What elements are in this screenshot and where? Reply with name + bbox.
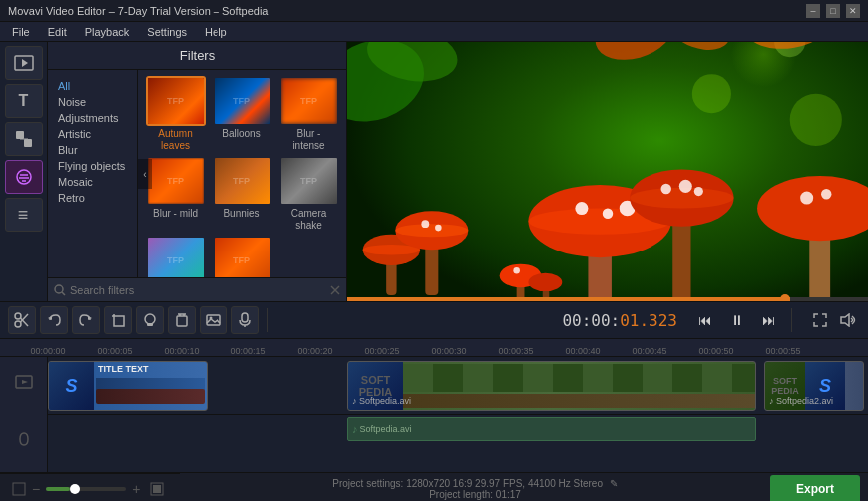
menu-edit[interactable]: Edit	[40, 24, 75, 40]
filter-item-autumn[interactable]: Autumnleaves	[144, 76, 207, 152]
fullscreen-button[interactable]	[808, 308, 832, 332]
minimize-button[interactable]: –	[806, 4, 820, 18]
filter-cat-retro[interactable]: Retro	[52, 190, 133, 206]
pause-button[interactable]: ⏸	[723, 306, 751, 334]
scale-bar: − +	[0, 473, 180, 502]
svg-marker-70	[22, 380, 28, 384]
skip-back-button[interactable]: ⏮	[691, 306, 719, 334]
scale-plus-button[interactable]: +	[132, 481, 140, 497]
tick-4: 00:00:20	[297, 346, 332, 356]
filter-item-diffuse-high[interactable]: Diffuse -high	[211, 236, 273, 277]
timeline-clip-softpedia[interactable]: SOFTPEDIA ♪ Softpedia.avi	[347, 361, 756, 411]
filter-label-bunnies: Bunnies	[223, 208, 259, 220]
export-button[interactable]: Export	[770, 475, 860, 502]
preview-progress[interactable]	[347, 297, 868, 301]
scale-minus-button[interactable]: −	[32, 481, 40, 497]
scale-icon	[12, 482, 26, 496]
svg-rect-59	[147, 323, 153, 326]
filter-cat-all[interactable]: All	[52, 78, 133, 94]
menu-help[interactable]: Help	[197, 24, 235, 40]
svg-point-13	[790, 94, 842, 146]
redo-button[interactable]	[72, 306, 100, 334]
color-button[interactable]	[136, 306, 164, 334]
title-bar: Movavi Video Editor – 7-Day Trial Versio…	[0, 0, 868, 22]
filter-cat-artistic[interactable]: Artistic	[52, 126, 133, 142]
clip-thumb-s: S	[49, 362, 94, 410]
filter-cat-blur[interactable]: Blur	[52, 142, 133, 158]
crop-button[interactable]	[104, 306, 132, 334]
svg-marker-1	[22, 59, 28, 67]
sidebar-btn-more[interactable]: ≡	[5, 198, 43, 232]
filter-item-blur-intense[interactable]: Blur -intense	[277, 76, 340, 152]
edit-icon[interactable]: ✎	[610, 478, 618, 489]
maximize-button[interactable]: □	[826, 4, 840, 18]
preview-progress-fill	[347, 297, 790, 301]
audio-track: ♪ Softpedia.avi	[48, 415, 868, 445]
menu-file[interactable]: File	[4, 24, 38, 40]
note-icon: ♪	[352, 423, 358, 435]
transitions-icon	[15, 130, 33, 148]
svg-point-34	[694, 187, 703, 196]
svg-point-38	[821, 189, 831, 199]
timecode: 00:00:01.323	[562, 311, 677, 330]
delete-icon	[174, 312, 190, 328]
undo-button[interactable]	[40, 306, 68, 334]
preview-image	[347, 42, 868, 301]
timeline-clip-softpedia2[interactable]: SOFTPEDIA S ♪ Softpedia2.avi	[764, 361, 864, 411]
import-icon	[14, 55, 34, 71]
filter-item-camera-shake[interactable]: Camerashake	[277, 156, 340, 232]
scale-large-icon	[150, 482, 164, 496]
image-icon	[206, 312, 221, 328]
filter-item-bunnies[interactable]: Bunnies	[211, 156, 273, 232]
filter-label-blur-intense: Blur -intense	[292, 128, 324, 152]
filters-icon	[15, 168, 33, 186]
tick-7: 00:00:35	[498, 346, 533, 356]
close-button[interactable]: ✕	[846, 4, 860, 18]
filter-cat-adjustments[interactable]: Adjustments	[52, 110, 133, 126]
filters-grid-container: ‹ Autumnleaves Balloons	[138, 70, 346, 277]
svg-point-37	[800, 192, 813, 205]
tick-0: 00:00:00	[30, 346, 65, 356]
filters-categories: All Noise Adjustments Artistic Blur Flyi…	[48, 70, 138, 277]
sidebar-btn-import[interactable]	[5, 46, 43, 80]
image-button[interactable]	[200, 306, 227, 334]
scale-track[interactable]	[46, 487, 126, 491]
svg-point-50	[15, 321, 21, 327]
menu-settings[interactable]: Settings	[139, 24, 195, 40]
sidebar-btn-filters[interactable]	[5, 160, 43, 194]
progress-handle[interactable]	[780, 294, 790, 301]
scale-fill	[46, 487, 70, 491]
timeline-clip-title[interactable]: S TITLE TEXT	[48, 361, 208, 411]
sidebar-btn-titles[interactable]: T	[5, 84, 43, 118]
cut-button[interactable]	[8, 306, 36, 334]
filters-search-input[interactable]	[70, 284, 326, 296]
filter-cat-flying[interactable]: Flying objects	[52, 158, 133, 174]
svg-point-49	[15, 313, 21, 319]
left-sidebar: T ≡	[0, 42, 48, 301]
filter-nav-left[interactable]: ‹	[138, 159, 152, 189]
delete-button[interactable]	[168, 306, 196, 334]
svg-rect-3	[24, 139, 32, 147]
menu-playback[interactable]: Playback	[77, 24, 138, 40]
filter-label-blur-mild: Blur - mild	[153, 208, 198, 220]
scissors-icon	[14, 312, 30, 328]
svg-point-58	[145, 314, 155, 324]
skip-forward-button[interactable]: ⏭	[755, 306, 783, 334]
volume-button[interactable]	[836, 308, 860, 332]
filter-cat-mosaic[interactable]: Mosaic	[52, 174, 133, 190]
filter-item-cupids[interactable]: Cupids	[144, 236, 207, 277]
status-bar: Project settings: 1280x720 16:9 29.97 FP…	[180, 478, 770, 500]
audio-clip-softpedia[interactable]: ♪ Softpedia.avi	[347, 417, 756, 441]
project-length: Project length: 01:17	[429, 489, 521, 500]
controls-bar: 00:00:01.323 ⏮ ⏸ ⏭	[0, 301, 868, 339]
scale-handle[interactable]	[70, 484, 80, 494]
sidebar-btn-transitions[interactable]	[5, 122, 43, 156]
svg-rect-71	[13, 483, 25, 495]
audio-button[interactable]	[231, 306, 259, 334]
filter-item-blur-mild[interactable]: Blur - mild	[144, 156, 207, 232]
crop-icon	[110, 312, 126, 328]
filter-item-balloons[interactable]: Balloons	[211, 76, 273, 152]
filter-cat-noise[interactable]: Noise	[52, 94, 133, 110]
clear-search-icon[interactable]	[330, 285, 340, 295]
tick-11: 00:00:55	[765, 346, 800, 356]
